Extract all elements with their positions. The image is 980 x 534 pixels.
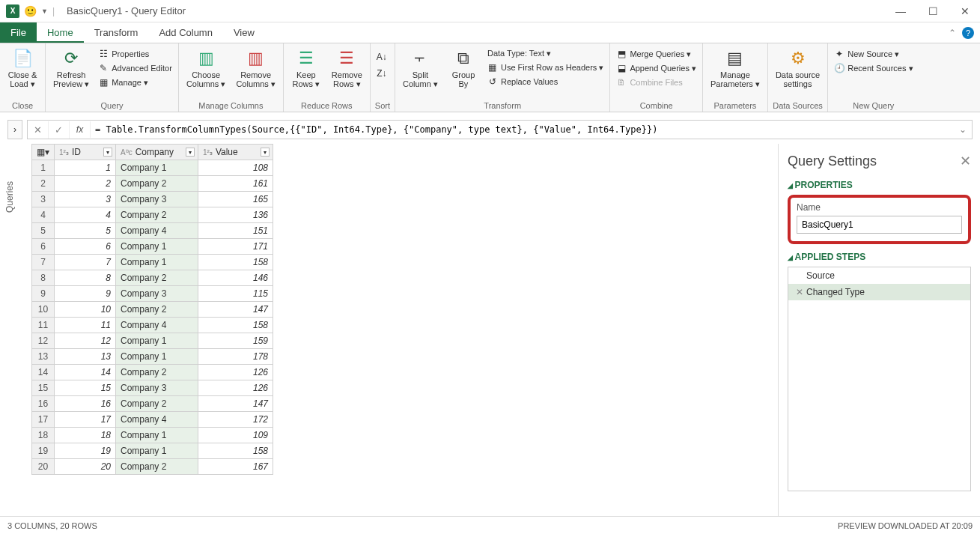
cell-id[interactable]: 20 [55, 459, 116, 475]
merge-queries-button[interactable]: ⬒Merge Queries ▾ [615, 48, 698, 60]
table-row[interactable]: 11Company 1108 [32, 160, 273, 176]
row-number[interactable]: 1 [32, 160, 55, 176]
cell-company[interactable]: Company 1 [116, 239, 198, 255]
col-header-value[interactable]: 1²₃Value▾ [198, 145, 273, 160]
table-row[interactable]: 1212Company 1159 [32, 333, 273, 349]
cell-value[interactable]: 108 [198, 160, 273, 176]
row-number[interactable]: 16 [32, 396, 55, 412]
filter-company-icon[interactable]: ▾ [186, 148, 195, 157]
cell-company[interactable]: Company 2 [116, 365, 198, 380]
cell-value[interactable]: 178 [198, 349, 273, 365]
applied-step[interactable]: ✕Changed Type [788, 284, 970, 300]
qat-chevron-icon[interactable]: ▼ [41, 7, 48, 15]
row-number[interactable]: 20 [32, 459, 55, 475]
remove-columns-button[interactable]: ▥Remove Columns ▾ [233, 46, 278, 90]
help-icon[interactable]: ? [962, 27, 974, 39]
table-row[interactable]: 66Company 1171 [32, 239, 273, 255]
close-window-button[interactable]: ✕ [956, 4, 974, 19]
cell-value[interactable]: 151 [198, 223, 273, 239]
cell-id[interactable]: 12 [55, 333, 116, 349]
cell-id[interactable]: 10 [55, 302, 116, 318]
cell-id[interactable]: 19 [55, 443, 116, 459]
data-source-settings-button[interactable]: ⚙Data source settings [773, 46, 823, 90]
close-load-button[interactable]: 📄 Close & Load ▾ [4, 46, 40, 90]
row-number[interactable]: 5 [32, 223, 55, 239]
cell-value[interactable]: 158 [198, 255, 273, 270]
applied-steps-section[interactable]: APPLIED STEPS [788, 252, 971, 262]
row-number[interactable]: 18 [32, 428, 55, 443]
cell-value[interactable]: 172 [198, 412, 273, 428]
queries-side-label[interactable]: Queries [4, 181, 15, 213]
table-row[interactable]: 1818Company 1109 [32, 428, 273, 443]
table-row[interactable]: 1111Company 4158 [32, 318, 273, 333]
row-number[interactable]: 12 [32, 333, 55, 349]
table-row[interactable]: 1919Company 1158 [32, 443, 273, 459]
row-number[interactable]: 8 [32, 270, 55, 286]
filter-id-icon[interactable]: ▾ [103, 148, 112, 157]
cell-company[interactable]: Company 3 [116, 380, 198, 396]
cell-value[interactable]: 126 [198, 380, 273, 396]
table-row[interactable]: 1717Company 4172 [32, 412, 273, 428]
cell-value[interactable]: 115 [198, 286, 273, 302]
row-number[interactable]: 13 [32, 349, 55, 365]
cell-value[interactable]: 165 [198, 192, 273, 207]
data-type-button[interactable]: Data Type: Text ▾ [486, 48, 605, 59]
cell-id[interactable]: 11 [55, 318, 116, 333]
cell-id[interactable]: 9 [55, 286, 116, 302]
group-by-button[interactable]: ⧉Group By [445, 46, 481, 90]
cell-company[interactable]: Company 3 [116, 192, 198, 207]
cell-company[interactable]: Company 1 [116, 255, 198, 270]
cell-company[interactable]: Company 1 [116, 428, 198, 443]
filter-value-icon[interactable]: ▾ [261, 148, 270, 157]
cell-value[interactable]: 158 [198, 318, 273, 333]
cell-value[interactable]: 136 [198, 207, 273, 223]
new-source-button[interactable]: ✦New Source ▾ [833, 48, 914, 60]
row-number[interactable]: 6 [32, 239, 55, 255]
table-row[interactable]: 88Company 2146 [32, 270, 273, 286]
cell-value[interactable]: 146 [198, 270, 273, 286]
collapse-ribbon-icon[interactable]: ⌃ [949, 28, 956, 38]
cell-value[interactable]: 167 [198, 459, 273, 475]
row-number[interactable]: 19 [32, 443, 55, 459]
cell-company[interactable]: Company 1 [116, 333, 198, 349]
cell-company[interactable]: Company 1 [116, 349, 198, 365]
row-number[interactable]: 7 [32, 255, 55, 270]
cell-value[interactable]: 147 [198, 396, 273, 412]
table-row[interactable]: 22Company 2161 [32, 176, 273, 192]
recent-sources-button[interactable]: 🕘Recent Sources ▾ [833, 62, 914, 74]
table-row[interactable]: 77Company 1158 [32, 255, 273, 270]
table-row[interactable]: 1515Company 3126 [32, 380, 273, 396]
cell-company[interactable]: Company 2 [116, 176, 198, 192]
cell-id[interactable]: 14 [55, 365, 116, 380]
cell-company[interactable]: Company 4 [116, 223, 198, 239]
choose-columns-button[interactable]: ▥Choose Columns ▾ [183, 46, 228, 90]
row-number[interactable]: 17 [32, 412, 55, 428]
cell-company[interactable]: Company 2 [116, 302, 198, 318]
table-corner[interactable]: ▦▾ [32, 145, 55, 160]
tab-add-column[interactable]: Add Column [148, 22, 223, 43]
properties-section[interactable]: PROPERTIES [788, 180, 971, 190]
manage-parameters-button[interactable]: ▤Manage Parameters ▾ [707, 46, 763, 90]
cell-company[interactable]: Company 4 [116, 318, 198, 333]
smiley-icon[interactable]: 🙂 [24, 5, 37, 17]
cell-company[interactable]: Company 1 [116, 443, 198, 459]
query-name-input[interactable] [797, 216, 962, 234]
cell-company[interactable]: Company 2 [116, 396, 198, 412]
table-row[interactable]: 55Company 4151 [32, 223, 273, 239]
col-header-id[interactable]: 1²₃ID▾ [55, 145, 116, 160]
row-number[interactable]: 9 [32, 286, 55, 302]
tab-view[interactable]: View [223, 22, 265, 43]
cell-id[interactable]: 15 [55, 380, 116, 396]
maximize-button[interactable]: ☐ [924, 4, 943, 19]
cell-value[interactable]: 161 [198, 176, 273, 192]
cell-id[interactable]: 2 [55, 176, 116, 192]
cell-value[interactable]: 147 [198, 302, 273, 318]
replace-values-button[interactable]: ↺Replace Values [486, 76, 605, 88]
table-row[interactable]: 2020Company 2167 [32, 459, 273, 475]
queries-pane-toggle[interactable]: › [7, 120, 22, 139]
expand-formula-button[interactable]: ⌄ [954, 124, 972, 135]
tab-transform[interactable]: Transform [84, 22, 149, 43]
cell-id[interactable]: 13 [55, 349, 116, 365]
cell-id[interactable]: 3 [55, 192, 116, 207]
cell-id[interactable]: 16 [55, 396, 116, 412]
